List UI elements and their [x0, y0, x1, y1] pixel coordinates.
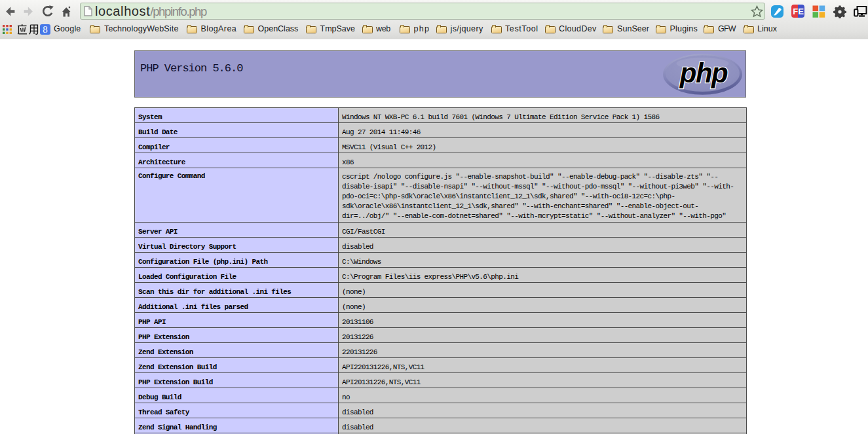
- svg-text:8: 8: [43, 24, 48, 35]
- svg-text:E: E: [798, 7, 804, 16]
- svg-text:php: php: [679, 58, 728, 88]
- svg-text:F: F: [793, 7, 798, 16]
